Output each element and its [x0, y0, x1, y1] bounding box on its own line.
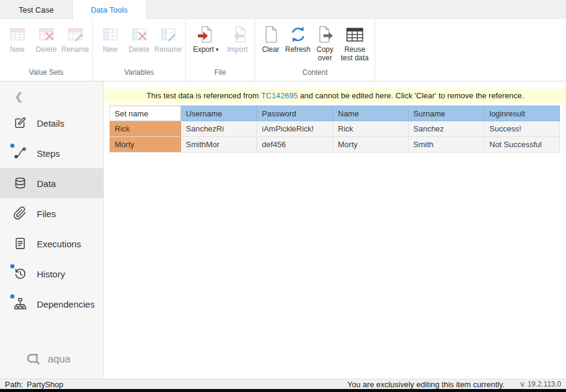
table-rename-icon	[66, 25, 85, 44]
column-new-icon	[101, 25, 120, 44]
header-cell-set-name: Set name	[110, 106, 181, 121]
paperclip-icon	[13, 206, 28, 221]
button-label: Reuse test data	[339, 46, 371, 63]
sidebar-item-label: Details	[37, 118, 65, 128]
button-label: Delete	[36, 46, 57, 54]
notification-dot	[10, 294, 14, 299]
clear-icon	[261, 25, 281, 44]
collapse-sidebar-button[interactable]: ❮	[0, 81, 103, 108]
file-buttons: Export ▾ Import	[188, 21, 253, 66]
button-label: Delete	[129, 46, 150, 54]
table-cell[interactable]: Smith	[409, 137, 485, 153]
delete-value-set-button: Delete	[32, 23, 60, 55]
ribbon-group-value-sets: New Delete	[0, 19, 93, 81]
aqua-logo-text: aqua	[48, 353, 71, 365]
bottom-black-strip	[0, 389, 566, 392]
copy-over-icon	[316, 25, 335, 44]
rename-value-set-button: Rename	[61, 23, 89, 55]
button-label: Rename	[154, 46, 182, 54]
sidebar-item-details[interactable]: Details	[0, 108, 103, 138]
test-case-reference-link[interactable]: TC142695	[261, 91, 298, 100]
sidebar-item-steps[interactable]: Steps	[0, 138, 103, 168]
reuse-test-data-button[interactable]: Reuse test data	[338, 23, 372, 64]
data-table: Set name Username Password Name Surname …	[109, 106, 566, 153]
ribbon: New Delete	[0, 19, 566, 81]
export-label-row: Export ▾	[193, 46, 218, 54]
import-icon	[228, 25, 247, 44]
sidebar: ❮ Details Steps	[0, 81, 104, 379]
sidebar-item-executions[interactable]: Executions	[0, 229, 103, 259]
tab-test-case[interactable]: Test Case	[0, 0, 73, 19]
header-cell-name: Name	[333, 106, 409, 121]
table-cell[interactable]: SanchezRi	[181, 121, 257, 137]
tab-bar: Test Case Data Tools	[0, 0, 566, 19]
set-name-cell[interactable]: Morty	[110, 137, 181, 153]
table-cell[interactable]: Not Successful	[485, 137, 560, 153]
table-cell[interactable]: SmithMor	[181, 137, 257, 153]
new-variable-button: New	[96, 23, 124, 55]
header-cell-password: Password	[257, 106, 333, 121]
sidebar-item-label: Steps	[37, 148, 60, 159]
app-version: v. 19.2.113.0	[520, 380, 561, 388]
sidebar-item-label: Dependencies	[37, 299, 95, 309]
table-cell[interactable]: Sanchez	[409, 121, 485, 137]
tab-data-tools[interactable]: Data Tools	[73, 0, 146, 19]
status-bar: Path: PartyShop You are exclusively edit…	[0, 379, 566, 389]
notification-dot	[10, 264, 14, 268]
refresh-icon	[288, 25, 308, 44]
table-delete-icon	[37, 25, 56, 44]
sidebar-item-dependencies[interactable]: Dependencies	[0, 289, 103, 319]
set-name-cell[interactable]: Rick	[110, 121, 181, 137]
column-rename-icon	[159, 25, 178, 44]
sidebar-item-label: Executions	[37, 239, 81, 249]
table-cell[interactable]: Rick	[333, 121, 409, 137]
clear-button[interactable]: Clear	[258, 23, 283, 55]
new-value-set-button: New	[3, 23, 31, 55]
refresh-button[interactable]: Refresh	[284, 23, 312, 55]
button-label: Refresh	[285, 46, 310, 54]
history-icon	[13, 267, 28, 281]
sidebar-item-history[interactable]: History	[0, 259, 103, 289]
main-content: This test data is referenced from TC1426…	[104, 81, 566, 379]
button-label: Copy over	[313, 46, 337, 63]
export-button[interactable]: Export ▾	[189, 23, 223, 55]
reference-notice-bar: This test data is referenced from TC1426…	[104, 89, 566, 103]
group-label-value-sets: Value Sets	[2, 66, 91, 81]
dependencies-icon	[13, 297, 28, 311]
group-label-content: Content	[257, 66, 373, 81]
column-delete-icon	[130, 25, 149, 44]
button-label: New	[10, 46, 24, 54]
variables-buttons: New Delete	[95, 21, 183, 66]
sidebar-item-data[interactable]: Data	[0, 168, 103, 198]
group-label-file: File	[188, 66, 253, 81]
table-cell[interactable]: def456	[257, 137, 333, 153]
edit-icon	[13, 116, 28, 130]
data-table-wrap: Set name Username Password Name Surname …	[109, 106, 566, 153]
table-cell[interactable]: Morty	[333, 137, 409, 153]
steps-icon	[13, 146, 28, 160]
path-value: PartyShop	[27, 380, 63, 389]
button-label: Clear	[262, 46, 279, 54]
ribbon-group-variables: New Delete	[93, 19, 186, 81]
table-cell[interactable]: iAmPickleRick!	[257, 121, 333, 137]
sidebar-item-label: Data	[37, 179, 56, 189]
export-icon	[196, 25, 215, 44]
sidebar-item-files[interactable]: Files	[0, 198, 103, 229]
aqua-logo: aqua	[0, 352, 103, 367]
button-label: Rename	[62, 46, 89, 54]
path-label: Path:	[5, 380, 23, 389]
group-label-variables: Variables	[95, 66, 183, 81]
ribbon-group-file: Export ▾ Import File	[186, 19, 255, 81]
content-buttons: Clear Refresh	[257, 21, 373, 66]
value-sets-buttons: New Delete	[2, 21, 91, 66]
back-chevron-icon: ❮	[14, 91, 23, 103]
table-cell[interactable]: Success!	[485, 121, 560, 137]
button-label: Export	[193, 46, 214, 54]
table-new-icon	[8, 25, 27, 44]
sidebar-item-label: Files	[37, 209, 56, 219]
button-label: Import	[227, 46, 247, 54]
editing-status-message: You are exclusively editing this item cu…	[348, 380, 505, 389]
rename-variable-button: Rename	[154, 23, 182, 55]
import-button: Import	[223, 23, 252, 55]
copy-over-button[interactable]: Copy over	[313, 23, 337, 64]
